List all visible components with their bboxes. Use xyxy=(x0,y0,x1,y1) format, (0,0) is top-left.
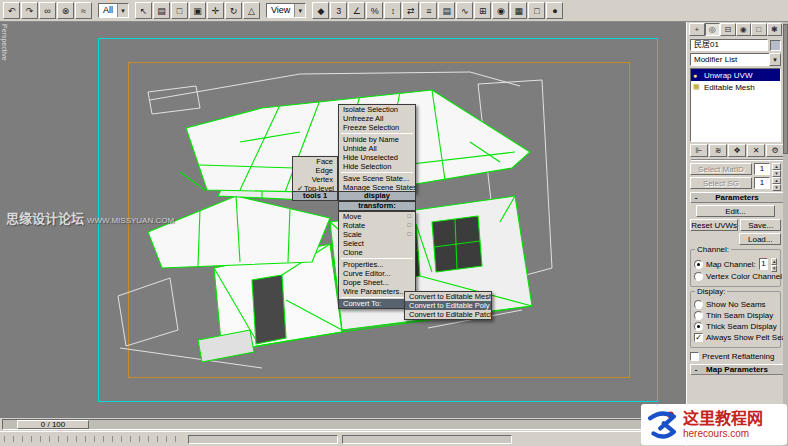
prevent-reflattening-checkbox[interactable] xyxy=(690,352,699,361)
sg-spinner[interactable]: ▴▾ xyxy=(772,177,781,189)
modifier-list-combo[interactable]: Modifier List ▾ xyxy=(690,53,781,66)
edit-uvws-button[interactable]: Edit... xyxy=(696,205,775,217)
settings-box-icon[interactable]: □ xyxy=(407,212,411,221)
render-setup-icon[interactable]: ▦ xyxy=(510,2,527,19)
percent-snap-icon[interactable]: % xyxy=(366,2,383,19)
menu-item[interactable]: Move□ xyxy=(339,212,415,221)
seam-display-radio[interactable] xyxy=(694,300,703,309)
reference-coordinate-combo[interactable]: View ▾ xyxy=(266,3,306,18)
render-frame-window-icon[interactable]: □ xyxy=(528,2,545,19)
menu-item[interactable]: Dope Sheet... xyxy=(339,278,415,287)
panel-scrollbar[interactable] xyxy=(783,22,788,446)
settings-box-icon[interactable]: □ xyxy=(407,230,411,239)
create-tab[interactable]: + xyxy=(689,23,705,36)
modifier-stack-item[interactable]: ●Unwrap UVW xyxy=(691,69,780,81)
menu-item[interactable]: Rotate□ xyxy=(339,221,415,230)
select-object-icon[interactable]: ↖ xyxy=(135,2,152,19)
modifier-icon[interactable]: ● xyxy=(693,72,701,79)
quad-tools-item[interactable]: Face xyxy=(293,157,337,166)
unlink-selection-icon[interactable]: ⊗ xyxy=(57,2,74,19)
menu-item[interactable]: Unfreeze All xyxy=(339,114,415,123)
spinner-snap-icon[interactable]: ↕ xyxy=(384,2,401,19)
quad-header-transform[interactable]: transform: xyxy=(338,201,416,211)
rollout-map-parameters[interactable]: - Map Parameters xyxy=(690,364,784,375)
menu-item[interactable]: Properties... xyxy=(339,260,415,269)
use-pivot-center-icon[interactable]: ◆ xyxy=(312,2,329,19)
crossing-selection-icon[interactable]: ▣ xyxy=(189,2,206,19)
map-channel-value[interactable]: 1 xyxy=(759,258,769,270)
submenu-item[interactable]: Convert to Editable Poly xyxy=(405,301,491,310)
settings-box-icon[interactable]: □ xyxy=(407,221,411,230)
angle-snap-icon[interactable]: ∠ xyxy=(348,2,365,19)
map-channel-radio[interactable] xyxy=(694,260,703,269)
spinner-up-icon[interactable]: ▴ xyxy=(772,177,781,184)
selection-filter-combo[interactable]: All ▾ xyxy=(98,3,129,18)
modifier-stack-item[interactable]: ▦Editable Mesh xyxy=(691,81,780,93)
collapse-icon[interactable]: - xyxy=(691,193,701,202)
select-and-rotate-icon[interactable]: ↻ xyxy=(225,2,242,19)
matid-spinner[interactable]: ▴▾ xyxy=(772,163,781,175)
spinner-up-icon[interactable]: ▴ xyxy=(771,258,777,265)
prevent-reflattening-option[interactable]: Prevent Reflattening xyxy=(690,352,781,361)
curve-editor-icon[interactable]: ∿ xyxy=(456,2,473,19)
spinner-down-icon[interactable]: ▾ xyxy=(771,265,777,272)
seam-display-radio[interactable] xyxy=(694,322,703,331)
menu-item[interactable]: Curve Editor... xyxy=(339,269,415,278)
seam-display-radio[interactable] xyxy=(694,311,703,320)
menu-item[interactable]: Clone xyxy=(339,248,415,257)
submenu-item[interactable]: Convert to Editable Mesh xyxy=(405,292,491,301)
remove-modifier-icon[interactable]: ✕ xyxy=(747,144,765,157)
menu-item[interactable]: Unhide by Name xyxy=(339,135,415,144)
schematic-view-icon[interactable]: ⊞ xyxy=(474,2,491,19)
spinner-down-icon[interactable]: ▾ xyxy=(772,170,781,177)
menu-item[interactable]: Hide Unselected xyxy=(339,153,415,162)
coordinate-field[interactable] xyxy=(342,435,512,444)
rollout-parameters[interactable]: - Parameters xyxy=(690,192,784,203)
select-and-move-icon[interactable]: ✛ xyxy=(207,2,224,19)
select-sg-button[interactable]: Select SG xyxy=(690,177,752,189)
menu-item[interactable]: Select xyxy=(339,239,415,248)
viewport-label[interactable]: Perspective xyxy=(1,24,8,61)
layer-manager-icon[interactable]: ▤ xyxy=(438,2,455,19)
vertex-color-radio[interactable] xyxy=(694,272,703,281)
configure-modifier-sets-icon[interactable]: ⚙ xyxy=(766,144,784,157)
quad-tools-item[interactable]: Vertex xyxy=(293,175,337,184)
select-and-scale-icon[interactable]: △ xyxy=(243,2,260,19)
scrollbar-thumb[interactable] xyxy=(783,24,788,154)
menu-item[interactable]: Save Scene State... xyxy=(339,174,415,183)
chevron-down-icon[interactable]: ▾ xyxy=(769,53,781,66)
save-uvws-button[interactable]: Save... xyxy=(740,219,781,231)
pelt-seam-checkbox[interactable]: ✓ xyxy=(694,333,703,342)
track-bar-ticks[interactable] xyxy=(4,436,184,442)
spinner-down-icon[interactable]: ▾ xyxy=(772,184,781,191)
mirror-icon[interactable]: ⇄ xyxy=(402,2,419,19)
select-and-link-icon[interactable]: ∞ xyxy=(39,2,56,19)
align-icon[interactable]: ≡ xyxy=(420,2,437,19)
snap-toggle-icon[interactable]: 3 xyxy=(330,2,347,19)
pelt-seam-option[interactable]: ✓ Always Show Pelt Seam xyxy=(694,333,777,342)
reset-uvws-button[interactable]: Reset UVWs xyxy=(690,219,738,231)
rectangular-region-icon[interactable]: □ xyxy=(171,2,188,19)
utilities-tab[interactable]: ✱ xyxy=(767,23,783,36)
seam-display-option[interactable]: Show No Seams xyxy=(694,300,777,309)
display-tab[interactable]: □ xyxy=(751,23,767,36)
redo-icon[interactable]: ↷ xyxy=(21,2,38,19)
quad-header-display[interactable]: display xyxy=(338,191,416,201)
material-editor-icon[interactable]: ◉ xyxy=(492,2,509,19)
menu-item[interactable]: Unhide All xyxy=(339,144,415,153)
quad-header-tools[interactable]: tools 1 xyxy=(292,191,338,201)
menu-item[interactable]: Scale□ xyxy=(339,230,415,239)
chevron-down-icon[interactable]: ▾ xyxy=(294,4,305,17)
matid-spinner-value[interactable]: 1 xyxy=(754,163,770,175)
seam-display-option[interactable]: Thick Seam Display xyxy=(694,322,777,331)
modifier-icon[interactable]: ▦ xyxy=(693,83,701,91)
modify-tab[interactable]: ◎ xyxy=(705,23,721,36)
logo-url[interactable]: herecours.com xyxy=(683,428,749,439)
menu-item[interactable]: Isolate Selection xyxy=(339,105,415,114)
seam-display-option[interactable]: Thin Seam Display xyxy=(694,311,777,320)
submenu-item[interactable]: Convert to Editable Patch xyxy=(405,310,491,319)
select-by-name-icon[interactable]: ▤ xyxy=(153,2,170,19)
load-uvws-button[interactable]: Load... xyxy=(739,233,781,245)
spinner-up-icon[interactable]: ▴ xyxy=(772,163,781,170)
time-slider-track[interactable]: 0 / 100 xyxy=(2,419,684,430)
